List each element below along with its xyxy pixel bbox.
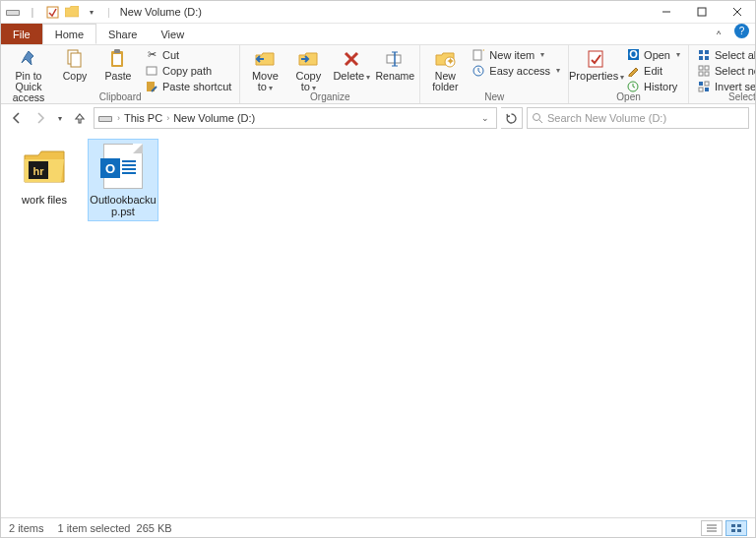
group-label-organize: Organize xyxy=(240,91,419,102)
file-item-selected[interactable]: O Outlookbackup.pst xyxy=(88,139,158,221)
svg-rect-42 xyxy=(99,117,111,121)
svg-rect-1 xyxy=(7,11,19,15)
svg-rect-22 xyxy=(473,50,481,60)
svg-rect-36 xyxy=(705,72,709,76)
nav-up-button[interactable] xyxy=(70,107,90,129)
svg-rect-25 xyxy=(589,51,602,67)
nav-recent-dropdown[interactable]: ▾ xyxy=(54,107,66,129)
tab-file[interactable]: File xyxy=(1,24,42,44)
svg-point-43 xyxy=(534,114,540,121)
tab-home[interactable]: Home xyxy=(42,24,96,44)
maximize-button[interactable] xyxy=(684,1,720,23)
svg-rect-32 xyxy=(705,56,709,60)
paste-icon xyxy=(106,48,130,70)
drive-icon xyxy=(5,4,21,20)
open-button[interactable]: OOpen▾ xyxy=(622,47,684,62)
svg-rect-31 xyxy=(699,56,703,60)
move-to-icon xyxy=(253,48,277,70)
pst-file-icon: O xyxy=(99,143,147,190)
tab-view[interactable]: View xyxy=(149,24,196,44)
ribbon-group-open: Properties▾ OOpen▾ Edit History Open xyxy=(569,45,689,103)
move-to-button[interactable]: Move to▾ xyxy=(244,46,285,93)
properties-button[interactable]: Properties▾ xyxy=(573,46,620,83)
properties-qat-icon[interactable] xyxy=(44,4,60,20)
delete-icon xyxy=(340,48,363,70)
easy-access-button[interactable]: Easy access▾ xyxy=(468,63,564,78)
breadcrumb-this-pc[interactable]: This PC xyxy=(121,112,165,124)
search-box[interactable] xyxy=(527,107,749,129)
quick-access-toolbar: | ▾ xyxy=(1,4,103,20)
select-all-button[interactable]: Select all xyxy=(693,47,756,62)
title-bar: | ▾ | New Volume (D:) xyxy=(1,1,755,24)
ribbon-collapse-icon[interactable]: ^ xyxy=(709,24,728,44)
select-all-icon xyxy=(697,48,711,62)
edit-button[interactable]: Edit xyxy=(622,63,684,78)
copy-path-button[interactable]: Copy path xyxy=(141,63,235,78)
copy-icon xyxy=(63,48,87,70)
address-bar[interactable]: › This PC › New Volume (D:) ⌄ xyxy=(94,107,497,129)
rename-icon xyxy=(383,48,407,70)
drive-icon xyxy=(96,110,114,126)
folder-item[interactable]: hr work files xyxy=(9,139,80,221)
rename-button[interactable]: Rename xyxy=(374,46,415,82)
edit-icon xyxy=(626,64,640,78)
svg-rect-33 xyxy=(699,66,703,70)
folder-qat-icon[interactable] xyxy=(64,4,80,20)
new-folder-button[interactable]: ✦ New folder xyxy=(424,46,466,92)
svg-rect-29 xyxy=(699,50,703,54)
ribbon-group-organize: Move to▾ Copy to▾ Delete▾ Rename Organiz… xyxy=(240,45,420,103)
nav-forward-button[interactable] xyxy=(31,107,50,129)
folder-icon: hr xyxy=(21,143,68,190)
svg-rect-8 xyxy=(71,53,81,67)
tab-share[interactable]: Share xyxy=(96,24,149,44)
svg-text:✦: ✦ xyxy=(481,49,484,56)
svg-rect-30 xyxy=(705,50,709,54)
delete-button[interactable]: Delete▾ xyxy=(331,46,372,83)
copy-to-icon xyxy=(296,48,320,70)
minimize-button[interactable] xyxy=(649,1,684,23)
ribbon-group-select: Select all Select none Invert selection … xyxy=(689,45,756,103)
easy-access-icon xyxy=(472,64,485,78)
search-input[interactable] xyxy=(547,112,744,124)
ribbon-tabs: File Home Share View ^ ? xyxy=(1,24,755,45)
help-icon[interactable]: ? xyxy=(734,24,749,38)
qat-separator: | xyxy=(25,4,40,20)
cut-button[interactable]: ✂Cut xyxy=(141,47,235,62)
svg-rect-35 xyxy=(699,72,703,76)
svg-text:hr: hr xyxy=(33,165,45,177)
ribbon: Pin to Quick access Copy Paste ✂Cut Copy… xyxy=(1,45,755,104)
window-controls xyxy=(649,1,755,23)
item-label: Outlookbackup.pst xyxy=(90,194,157,217)
svg-rect-39 xyxy=(699,88,703,91)
close-button[interactable] xyxy=(720,1,755,23)
properties-icon xyxy=(585,48,608,70)
svg-rect-52 xyxy=(731,529,735,532)
details-view-button[interactable] xyxy=(701,520,723,536)
new-item-button[interactable]: ✦New item▾ xyxy=(468,47,564,62)
group-label-open: Open xyxy=(569,91,688,102)
status-item-count: 2 items xyxy=(9,522,43,534)
svg-rect-50 xyxy=(731,524,735,527)
window-title: New Volume (D:) xyxy=(120,6,202,18)
svg-rect-53 xyxy=(737,529,741,532)
svg-text:O: O xyxy=(629,48,638,60)
svg-rect-37 xyxy=(699,82,703,86)
select-none-button[interactable]: Select none xyxy=(693,63,756,78)
ribbon-group-new: ✦ New folder ✦New item▾ Easy access▾ New xyxy=(420,45,569,103)
svg-rect-10 xyxy=(113,54,121,65)
group-label-clipboard: Clipboard xyxy=(1,91,239,102)
status-bar: 2 items 1 item selected 265 KB xyxy=(1,517,755,537)
breadcrumb-location[interactable]: New Volume (D:) xyxy=(170,112,258,124)
copy-button[interactable]: Copy xyxy=(54,46,95,82)
paste-button[interactable]: Paste xyxy=(97,46,139,82)
new-folder-icon: ✦ xyxy=(433,48,457,70)
file-view[interactable]: hr work files O Outlookbackup.pst xyxy=(1,133,755,517)
nav-back-button[interactable] xyxy=(7,107,27,129)
qat-dropdown-icon[interactable]: ▾ xyxy=(84,4,99,20)
copy-to-button[interactable]: Copy to▾ xyxy=(287,46,329,93)
pin-icon xyxy=(17,48,40,70)
address-dropdown-icon[interactable]: ⌄ xyxy=(476,108,494,128)
icons-view-button[interactable] xyxy=(725,520,747,536)
svg-rect-16 xyxy=(387,55,401,63)
refresh-button[interactable] xyxy=(501,107,523,129)
